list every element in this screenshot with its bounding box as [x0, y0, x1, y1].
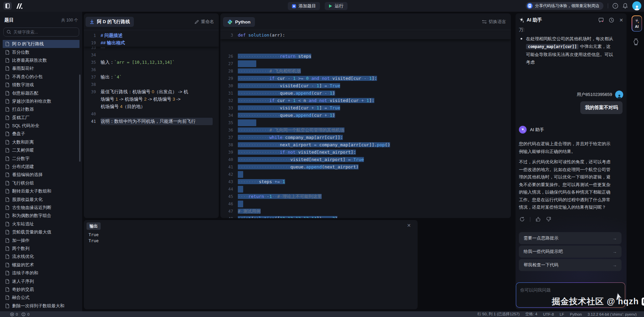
- sidebar-item[interactable]: 暴雨梨花针: [3, 64, 79, 72]
- sidebar-item[interactable]: 番茄编辑的选择: [3, 171, 79, 179]
- status-encoding[interactable]: UTF-8: [543, 312, 554, 316]
- ai-suggestion-button[interactable]: 给我一些代码提示吧→: [519, 246, 622, 258]
- chat-user-avatar: [615, 91, 623, 99]
- thumbs-down-icon[interactable]: [546, 217, 551, 222]
- run-button[interactable]: 运行: [325, 2, 347, 10]
- sidebar-item[interactable]: 百分位数: [3, 48, 79, 56]
- sidebar-item[interactable]: 创意标题匹配: [3, 89, 79, 97]
- markdown-inline-code: `4`: [114, 74, 122, 80]
- selected-code: ················visited[cur·+·1]·=·True: [238, 105, 340, 110]
- sidebar-item[interactable]: 穿越沙漠的补给次数: [3, 97, 79, 105]
- sidebar-item[interactable]: 股票收益最大化: [3, 195, 79, 203]
- ai-suggestion-button[interactable]: 帮我检查一下代码→: [519, 259, 622, 271]
- code-sticky-line: 3def solution(arr):: [220, 31, 511, 39]
- sidebar-item[interactable]: 火车站选址: [3, 220, 79, 228]
- panel-toggle-button[interactable]: [3, 2, 12, 10]
- code-line-content: ············#·飞向相邻机场: [238, 67, 301, 75]
- user-avatar[interactable]: [632, 1, 641, 10]
- status-language-mode[interactable]: Python: [570, 312, 582, 316]
- sidebar-item[interactable]: 叠盘子: [3, 130, 79, 138]
- vase-tool-icon[interactable]: [633, 39, 639, 45]
- ai-badge-button[interactable]: AI: [632, 15, 642, 32]
- status-eol[interactable]: LF: [559, 312, 564, 316]
- sidebar-item[interactable]: 删除一次得到子数组最大和: [3, 302, 79, 310]
- output-tab[interactable]: 输出: [87, 222, 101, 230]
- sidebar-item[interactable]: 和为偶数的数字组合: [3, 212, 79, 220]
- problem-tab[interactable]: 阿 D 的飞行路线: [86, 17, 134, 27]
- sidebar-item[interactable]: 古生物血缘远近判断: [3, 204, 79, 212]
- sidebar-item[interactable]: 分布式团建: [3, 163, 79, 171]
- ai-question-input[interactable]: [520, 287, 621, 293]
- code-line: 36············#·飞向同一个航空公司管理的其他机场: [220, 126, 511, 134]
- line-number: 46: [220, 200, 233, 208]
- sidebar-item[interactable]: 不再贪心的小包: [3, 73, 79, 81]
- sidebar-item[interactable]: SQL 代码补全: [3, 122, 79, 130]
- sidebar-item[interactable]: 两个数列: [3, 245, 79, 253]
- sidebar-item[interactable]: 翻转后最大子数组和: [3, 187, 79, 195]
- document-icon: [5, 172, 9, 177]
- status-indent-setting[interactable]: 空格: 4: [525, 312, 537, 317]
- sidebar-item[interactable]: 螺旋的艺术: [3, 261, 79, 269]
- history-icon[interactable]: [609, 17, 614, 23]
- promo-doc-icon: [527, 3, 533, 9]
- new-chat-icon[interactable]: [598, 17, 604, 23]
- ai-suggestion-button[interactable]: 需要一点思路提示→: [519, 232, 622, 244]
- document-icon: [5, 230, 9, 234]
- switch-language-button[interactable]: 切换语言: [482, 19, 506, 25]
- add-problem-button[interactable]: 添加题目: [288, 2, 320, 10]
- sidebar-scrollbar[interactable]: [79, 74, 80, 162]
- promo-banner[interactable]: 分享代码练习体验，领限量定制周边: [526, 2, 603, 10]
- markdown-text: 说明：数组中均为不同机场，只能逐一向前飞行: [101, 119, 196, 124]
- document-icon: [5, 156, 9, 161]
- notification-bell-icon[interactable]: [623, 3, 628, 9]
- thumbs-up-icon[interactable]: [536, 217, 541, 222]
- document-icon: [5, 295, 9, 300]
- sidebar-item[interactable]: 迷人子序列: [3, 277, 79, 285]
- document-icon: [5, 222, 9, 226]
- code-editor[interactable]: 26················return·steps2728······…: [220, 31, 511, 218]
- language-tab[interactable]: Python: [223, 17, 255, 27]
- svg-text:?: ?: [614, 4, 616, 8]
- sidebar-item[interactable]: 连续子串的和: [3, 269, 79, 277]
- code-line-content: ····return·-1··#·理论上不可能到这里: [238, 193, 322, 200]
- ai-suggestion-label: 帮我检查一下代码: [524, 262, 558, 268]
- sidebar-item[interactable]: 阿 D 的飞行路线: [3, 40, 79, 48]
- line-number: 36: [84, 66, 101, 73]
- markdown-line-content: 输出：`4`: [101, 73, 213, 81]
- markdown-editor[interactable]: 33---3435输入：`arr = [10,11,12,13,14]`3637…: [84, 30, 219, 218]
- sidebar-item[interactable]: 奇妙的交易: [3, 285, 79, 294]
- help-icon[interactable]: ?: [612, 3, 618, 9]
- regenerate-icon[interactable]: [520, 217, 525, 222]
- sidebar-item[interactable]: 流水线优化: [3, 253, 79, 261]
- sidebar-item[interactable]: 打点计数器: [3, 105, 79, 113]
- logo[interactable]: [15, 3, 24, 9]
- sidebar-item[interactable]: 加一操作: [3, 236, 79, 244]
- document-icon: [5, 189, 9, 194]
- markdown-text: 2: [144, 97, 147, 102]
- code-line-content: ················visited[cur·-·1]·=·True: [238, 82, 340, 90]
- sidebar-item[interactable]: 二叉树供暖: [3, 146, 79, 154]
- search-input[interactable]: [13, 30, 76, 35]
- document-icon: [5, 164, 9, 169]
- line-number: 41: [84, 118, 101, 125]
- sidebar-item[interactable]: 飞行棋分组: [3, 179, 79, 187]
- sidebar-item[interactable]: 蛋糕工厂: [3, 114, 79, 122]
- markdown-wrapped-row: 最佳飞行路线：机场编号 0（出发点） -> 机: [101, 88, 213, 96]
- ai-close-icon[interactable]: ✕: [619, 17, 623, 23]
- problem-sidebar: 题目 共 100 个 阿 D 的飞行路线百分位数比赛最高获胜次数暴雨梨花针不再贪…: [0, 12, 82, 311]
- sidebar-item[interactable]: 比赛最高获胜次数: [3, 56, 79, 64]
- markdown-text: （目的地）: [122, 104, 145, 109]
- sidebar-item[interactable]: 猜数字游戏: [3, 81, 79, 89]
- status-interpreter[interactable]: 3.12.2 64-bit ('shims': pyenv): [588, 312, 637, 316]
- status-cursor-position[interactable]: 行 50, 列 1 (已选择1257): [477, 312, 520, 317]
- problems-status[interactable]: 0 0: [10, 312, 30, 316]
- code-line: 27: [220, 60, 511, 67]
- sidebar-item[interactable]: 大数和距离: [3, 138, 79, 146]
- rename-button[interactable]: 重命名: [195, 19, 214, 25]
- sidebar-item[interactable]: 货船载货量的最大值: [3, 228, 79, 236]
- output-close-icon[interactable]: ✕: [407, 223, 411, 228]
- search-box[interactable]: [3, 28, 79, 37]
- sidebar-item[interactable]: 融合公式: [3, 294, 79, 302]
- sidebar-item[interactable]: 二分数字: [3, 154, 79, 162]
- sidebar-item-label: 流水线优化: [12, 254, 34, 260]
